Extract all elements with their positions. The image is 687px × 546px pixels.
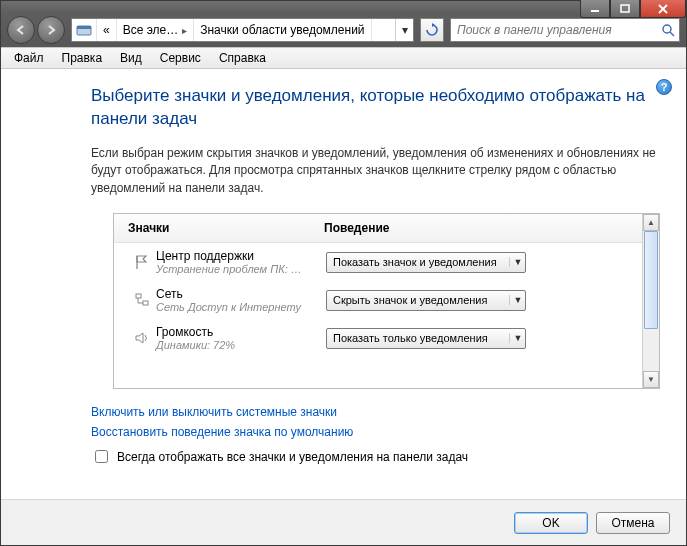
table-row: Сеть Сеть Доступ к Интернету Скрыть знач… (114, 281, 642, 319)
flag-icon (128, 254, 156, 270)
chevron-down-icon: ▼ (509, 295, 523, 305)
table-row: Громкость Динамики: 72% Показать только … (114, 319, 642, 357)
always-show-checkbox-row[interactable]: Всегда отображать все значки и уведомлен… (91, 447, 656, 466)
row-label: Сеть (156, 287, 326, 301)
breadcrumb-segment[interactable]: Все эле…▸ (117, 19, 195, 41)
search-icon (657, 23, 679, 37)
behavior-select[interactable]: Скрыть значок и уведомления ▼ (326, 290, 526, 311)
close-button[interactable] (640, 0, 686, 18)
window-titlebar (1, 1, 686, 13)
speaker-icon (128, 330, 156, 346)
forward-button[interactable] (37, 16, 65, 44)
minimize-button[interactable] (580, 0, 610, 18)
scroll-track[interactable] (643, 231, 659, 371)
location-icon (72, 19, 97, 41)
column-header-behavior: Поведение (314, 214, 642, 242)
svg-rect-5 (77, 26, 91, 29)
page-description: Если выбран режим скрытия значков и увед… (91, 145, 656, 197)
cancel-button[interactable]: Отмена (596, 512, 670, 534)
system-icons-link[interactable]: Включить или выключить системные значки (91, 405, 656, 419)
links-section: Включить или выключить системные значки … (91, 405, 656, 439)
behavior-select[interactable]: Показать значок и уведомления ▼ (326, 252, 526, 273)
breadcrumb-segment[interactable]: « (97, 19, 117, 41)
row-subtitle: Устранение проблем ПК: … (156, 263, 326, 275)
row-subtitle: Сеть Доступ к Интернету (156, 301, 326, 313)
chevron-right-icon: ▸ (182, 25, 187, 36)
select-value: Показать только уведомления (333, 332, 509, 344)
breadcrumb-text: Все эле… (123, 23, 179, 37)
refresh-button[interactable] (420, 18, 444, 42)
breadcrumb-text: Значки области уведомлений (200, 23, 364, 37)
icons-panel: Значки Поведение Центр поддержки Устране… (113, 213, 660, 389)
scroll-thumb[interactable] (644, 231, 658, 329)
back-button[interactable] (7, 16, 35, 44)
panel-header: Значки Поведение (114, 214, 642, 243)
search-box[interactable] (450, 18, 680, 42)
control-panel-window: « Все эле…▸ Значки области уведомлений ▾… (0, 0, 687, 546)
menu-help[interactable]: Справка (210, 49, 275, 67)
address-dropdown[interactable]: ▾ (395, 19, 413, 41)
checkbox-label: Всегда отображать все значки и уведомлен… (117, 450, 468, 464)
row-subtitle: Динамики: 72% (156, 339, 326, 351)
breadcrumb-segment[interactable]: Значки области уведомлений (194, 19, 371, 41)
help-icon[interactable]: ? (656, 79, 672, 95)
restore-defaults-link[interactable]: Восстановить поведение значка по умолчан… (91, 425, 656, 439)
scrollbar[interactable]: ▲ ▼ (642, 214, 659, 388)
scroll-up-button[interactable]: ▲ (643, 214, 659, 231)
menu-edit[interactable]: Правка (53, 49, 112, 67)
behavior-select[interactable]: Показать только уведомления ▼ (326, 328, 526, 349)
column-header-icons: Значки (114, 214, 314, 242)
table-row: Центр поддержки Устранение проблем ПК: …… (114, 243, 642, 281)
menu-view[interactable]: Вид (111, 49, 151, 67)
chevron-down-icon: ▼ (509, 257, 523, 267)
dialog-footer: OK Отмена (1, 499, 686, 545)
ok-button[interactable]: OK (514, 512, 588, 534)
row-label: Центр поддержки (156, 249, 326, 263)
chevron-down-icon: ▼ (509, 333, 523, 343)
maximize-button[interactable] (610, 0, 640, 18)
menu-tools[interactable]: Сервис (151, 49, 210, 67)
svg-point-6 (663, 25, 671, 33)
row-label: Громкость (156, 325, 326, 339)
svg-rect-9 (143, 301, 148, 305)
select-value: Показать значок и уведомления (333, 256, 509, 268)
content-area: ? Выберите значки и уведомления, которые… (1, 69, 686, 545)
address-bar[interactable]: « Все эле…▸ Значки области уведомлений ▾ (71, 18, 414, 42)
select-value: Скрыть значок и уведомления (333, 294, 509, 306)
navigation-row: « Все эле…▸ Значки области уведомлений ▾ (1, 13, 686, 47)
nav-back-forward (7, 16, 65, 44)
always-show-checkbox[interactable] (95, 450, 108, 463)
breadcrumb-chevrons: « (103, 23, 110, 37)
svg-rect-8 (136, 294, 141, 298)
network-icon (128, 292, 156, 308)
menu-bar: Файл Правка Вид Сервис Справка (1, 47, 686, 69)
page-title: Выберите значки и уведомления, которые н… (91, 85, 656, 131)
svg-line-7 (670, 32, 674, 36)
scroll-down-button[interactable]: ▼ (643, 371, 659, 388)
search-input[interactable] (451, 23, 657, 37)
svg-rect-1 (621, 5, 629, 12)
menu-file[interactable]: Файл (5, 49, 53, 67)
